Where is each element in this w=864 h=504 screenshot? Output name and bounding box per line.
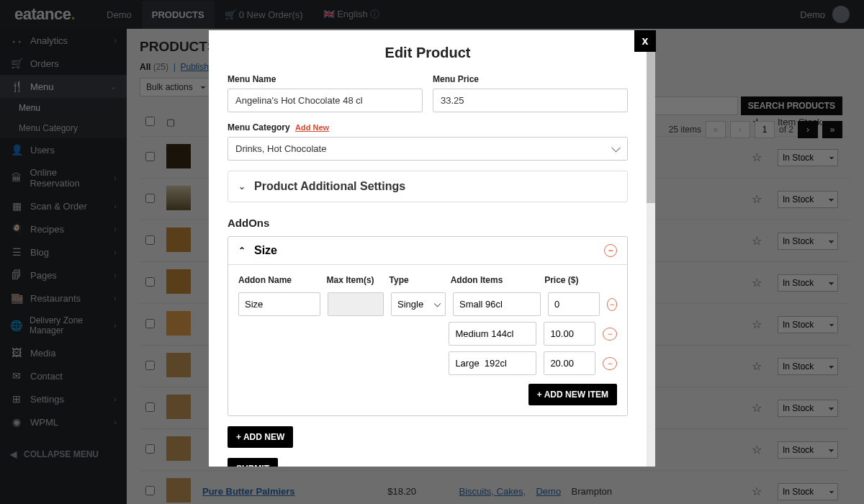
addon-item-name-input[interactable]: [453, 292, 541, 316]
table-row[interactable]: Pure Butter Palmiers $18.20 Biscuits, Ca…: [140, 471, 851, 504]
addon-name-input[interactable]: [238, 292, 320, 316]
sidebar-item-delivery-zone[interactable]: 🌐Delivery Zone Manager›: [0, 310, 127, 341]
chevron-down-icon: ⌄: [238, 181, 246, 192]
sidebar-item-restaurants[interactable]: 🏬Restaurants›: [0, 287, 127, 310]
stock-select[interactable]: In Stock: [778, 316, 838, 333]
stock-select[interactable]: In Stock: [778, 149, 838, 166]
select-all-checkbox[interactable]: [145, 117, 155, 126]
topnav-orders[interactable]: 🛒0 New Order(s): [215, 1, 313, 29]
remove-item-icon[interactable]: −: [603, 328, 617, 341]
sidebar-item-orders[interactable]: 🛒Orders: [0, 52, 127, 75]
addon-item-price-input[interactable]: [544, 322, 595, 346]
star-icon[interactable]: ☆: [752, 485, 762, 498]
star-icon[interactable]: ☆: [752, 444, 762, 456]
stock-select[interactable]: In Stock: [778, 191, 838, 208]
sidebar-item-analytics[interactable]: ⬪⬪Analytics›: [0, 29, 127, 52]
row-checkbox[interactable]: [145, 361, 155, 370]
filter-all[interactable]: All (25): [140, 62, 168, 72]
sidebar-item-media[interactable]: 🖾Media: [0, 341, 127, 364]
sidebar-item-recipes[interactable]: 🍳Recipes›: [0, 217, 127, 240]
product-thumb: [166, 186, 191, 210]
row-checkbox[interactable]: [145, 152, 155, 161]
menu-name-input[interactable]: [228, 89, 423, 112]
stock-select[interactable]: In Stock: [778, 274, 838, 292]
addon-size-header[interactable]: ⌃ Size −: [228, 237, 627, 265]
sidebar-item-settings[interactable]: ⊞Settings›: [0, 387, 127, 410]
stock-select[interactable]: In Stock: [778, 358, 838, 375]
avatar[interactable]: [832, 6, 850, 23]
row-checkbox[interactable]: [145, 319, 155, 328]
menu-category-select[interactable]: Drinks, Hot Chocolate: [228, 137, 628, 161]
add-new-item-button[interactable]: + ADD NEW ITEM: [528, 384, 617, 405]
sidebar-item-contact[interactable]: ✉Contact: [0, 364, 127, 387]
sidebar-item-wpml[interactable]: ◉WPML›: [0, 410, 127, 433]
addon-item-name-input[interactable]: [449, 322, 536, 346]
star-icon[interactable]: ☆: [752, 193, 762, 205]
star-icon[interactable]: ☆: [752, 276, 762, 289]
sidebar-item-pages[interactable]: 🗐Pages›: [0, 264, 127, 287]
stock-select[interactable]: In Stock: [778, 441, 838, 459]
stock-select[interactable]: In Stock: [778, 483, 838, 500]
submit-button[interactable]: SUBMIT: [228, 458, 278, 467]
sidebar-item-menu[interactable]: 🍴Menu⌄: [0, 75, 127, 98]
star-icon[interactable]: ☆: [752, 318, 762, 330]
thumb-column-icon: ▢: [166, 117, 175, 127]
addon-max-input[interactable]: [328, 292, 384, 316]
add-new-addon-button[interactable]: + ADD NEW: [228, 426, 293, 448]
star-icon[interactable]: ☆: [752, 235, 762, 247]
pager-last[interactable]: »: [822, 121, 842, 138]
menu-price-input[interactable]: [433, 89, 628, 112]
product-thumb: [166, 228, 191, 252]
remove-addon-icon[interactable]: −: [604, 244, 617, 257]
pager-of: of 2: [779, 125, 793, 135]
logo[interactable]: eatance.: [14, 5, 75, 24]
row-checkbox[interactable]: [145, 277, 155, 287]
product-author[interactable]: Demo: [536, 486, 561, 497]
product-cats[interactable]: Biscuits, Cakes,: [459, 486, 526, 497]
page-icon: 🗐: [10, 269, 23, 281]
topnav-products[interactable]: PRODUCTS: [142, 1, 215, 29]
row-checkbox[interactable]: [145, 402, 155, 412]
addon-item-price-input[interactable]: [544, 351, 595, 375]
addon-type-select[interactable]: Single: [391, 292, 446, 316]
modal-close-button[interactable]: x: [634, 30, 656, 52]
addon-item-price-input[interactable]: [548, 292, 600, 316]
product-name[interactable]: Pure Butter Palmiers: [202, 486, 295, 497]
topnav-demo[interactable]: Demo: [96, 1, 142, 29]
star-icon[interactable]: ☆: [752, 360, 762, 372]
bulk-actions-select[interactable]: Bulk actions: [140, 78, 210, 96]
star-icon[interactable]: ☆: [752, 151, 762, 163]
stock-select[interactable]: In Stock: [778, 400, 838, 417]
collapse-menu-button[interactable]: ◀COLLAPSE MENU: [0, 444, 127, 465]
sidebar-item-online-reservation[interactable]: 🏛Online Reservation›: [0, 161, 127, 194]
add-new-category-link[interactable]: Add New: [295, 123, 329, 132]
search-products-button[interactable]: SEARCH PRODUCTS: [741, 96, 842, 115]
sidebar-sub-menu[interactable]: Menu: [0, 98, 127, 118]
topbar-user[interactable]: Demo: [800, 9, 825, 20]
row-checkbox[interactable]: [145, 486, 155, 495]
row-checkbox[interactable]: [145, 235, 155, 245]
cart-icon: 🛒: [225, 9, 236, 20]
bars-icon: ⬪⬪: [10, 35, 23, 46]
pager-next[interactable]: ›: [798, 121, 818, 138]
product-price: $18.20: [382, 471, 453, 504]
row-checkbox[interactable]: [145, 444, 155, 454]
topnav-lang[interactable]: 🇬🇧 English ⓘ: [313, 0, 390, 30]
remove-item-icon[interactable]: −: [603, 357, 617, 370]
sidebar-sub-menu-category[interactable]: Menu Category: [0, 118, 127, 138]
product-additional-accordion[interactable]: ⌄ Product Additional Settings: [228, 171, 628, 202]
addon-item-name-input[interactable]: [449, 351, 536, 375]
product-thumb: [166, 436, 191, 461]
pager-current[interactable]: [755, 121, 775, 138]
sidebar-item-blog[interactable]: ☰Blog›: [0, 240, 127, 264]
fork-icon: 🍴: [10, 81, 23, 92]
stock-select[interactable]: In Stock: [778, 233, 838, 250]
pager-prev[interactable]: ‹: [730, 121, 750, 138]
star-icon[interactable]: ☆: [752, 402, 762, 414]
sidebar-item-users[interactable]: 👤Users: [0, 138, 127, 161]
pager-first[interactable]: «: [706, 121, 726, 138]
remove-item-icon[interactable]: −: [607, 298, 617, 311]
modal-scrollbar[interactable]: [647, 30, 655, 467]
row-checkbox[interactable]: [145, 194, 155, 203]
sidebar-item-scan-order[interactable]: ▦Scan & Order›: [0, 194, 127, 217]
